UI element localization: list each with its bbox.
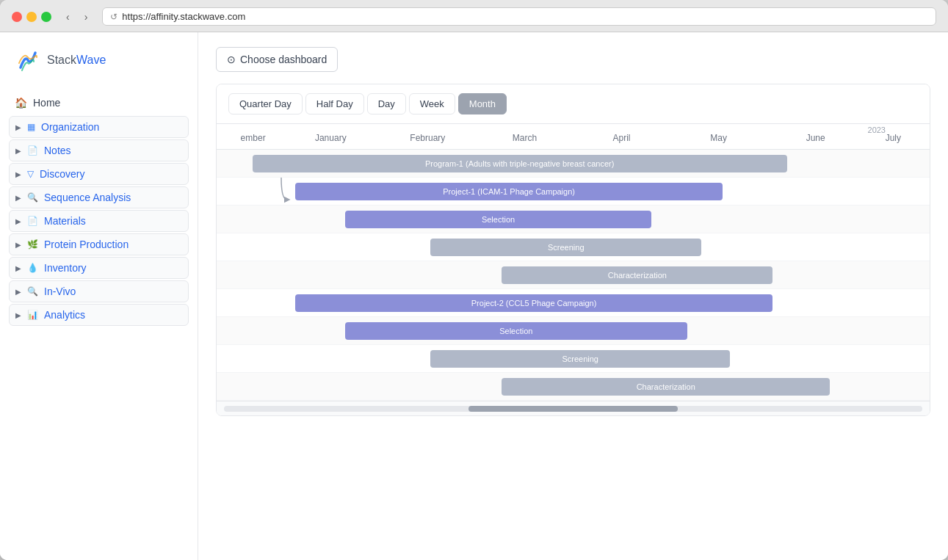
logo-icon	[15, 47, 41, 73]
search-icon: 🔍	[27, 286, 38, 297]
screening-1-bar: Screening	[430, 239, 701, 256]
sidebar-item-label: Notes	[44, 145, 71, 156]
month-col: March	[476, 130, 573, 146]
gantt-container: Quarter Day Half Day Day Week Month 2023…	[216, 84, 930, 416]
gantt-row: Project-2 (CCL5 Phage Campaign)	[217, 289, 930, 317]
selection-1-bar: Selection	[345, 211, 652, 228]
home-icon: 🏠	[15, 97, 27, 109]
chevron-icon: ▶	[15, 241, 21, 249]
sidebar-item-protein-production[interactable]: ▶ 🌿 Protein Production	[9, 233, 189, 255]
sidebar: StackWave 🏠 Home ▶ ▦ Organization ▶ 📄 No…	[0, 32, 198, 560]
project-2-bar: Project-2 (CCL5 Phage Campaign)	[295, 294, 773, 312]
gantt-row: Characterization	[217, 261, 930, 289]
sidebar-home-label: Home	[33, 97, 60, 109]
grid-icon: ▦	[27, 122, 35, 132]
doc-icon: 📄	[27, 216, 38, 226]
main-content: ⊙ Choose dashboard Quarter Day Half Day …	[198, 32, 948, 560]
gantt-rows: Program-1 (Adults with triple-negative b…	[217, 150, 930, 401]
sidebar-item-inventory[interactable]: ▶ 💧 Inventory	[9, 257, 189, 279]
chart-icon: 📊	[27, 310, 38, 320]
maximize-button[interactable]	[41, 12, 51, 22]
year-label: 2023	[868, 126, 886, 134]
tab-bar: Quarter Day Half Day Day Week Month	[217, 84, 930, 124]
tab-quarter-day[interactable]: Quarter Day	[228, 93, 303, 114]
forward-button[interactable]: ›	[79, 8, 94, 26]
minimize-button[interactable]	[26, 12, 37, 22]
tab-month[interactable]: Month	[458, 93, 507, 114]
gantt-row: Project-1 (ICAM-1 Phage Campaign)	[217, 178, 930, 206]
chevron-icon: ▶	[15, 170, 21, 178]
sidebar-item-discovery[interactable]: ▶ ▽ Discovery	[9, 163, 189, 185]
project-1-bar: Project-1 (ICAM-1 Phage Campaign)	[295, 183, 723, 200]
characterization-2-bar: Characterization	[502, 378, 830, 396]
sidebar-item-label: Inventory	[44, 262, 87, 274]
month-col: January	[282, 130, 379, 146]
sidebar-item-analytics[interactable]: ▶ 📊 Analytics	[9, 304, 189, 326]
scrollbar-thumb[interactable]	[468, 406, 678, 412]
app-container: StackWave 🏠 Home ▶ ▦ Organization ▶ 📄 No…	[0, 32, 948, 560]
sidebar-item-label: Materials	[44, 215, 86, 227]
gantt-inner: 2023 ember January February March April …	[217, 124, 930, 415]
url-text: https://affinity.stackwave.com	[122, 11, 928, 22]
sidebar-item-label: Protein Production	[44, 239, 129, 250]
gantt-row: Selection	[217, 317, 930, 345]
address-bar[interactable]: ↺ https://affinity.stackwave.com	[102, 7, 936, 26]
selection-2-bar: Selection	[345, 322, 687, 340]
gantt-row: Selection	[217, 206, 930, 233]
chevron-icon: ▶	[15, 147, 21, 155]
sidebar-item-sequence-analysis[interactable]: ▶ 🔍 Sequence Analysis	[9, 186, 189, 208]
chevron-icon: ▶	[15, 123, 21, 131]
sidebar-item-materials[interactable]: ▶ 📄 Materials	[9, 210, 189, 232]
filter-icon: ▽	[27, 169, 34, 179]
choose-dashboard-button[interactable]: ⊙ Choose dashboard	[216, 47, 338, 72]
month-col: April	[573, 130, 670, 146]
tab-half-day[interactable]: Half Day	[305, 93, 364, 114]
logo-stack: Stack	[47, 54, 76, 66]
sidebar-item-home[interactable]: 🏠 Home	[0, 91, 198, 114]
sidebar-item-label: Sequence Analysis	[44, 192, 131, 203]
browser-window: ‹ › ↺ https://affinity.stackwave.com Sta…	[0, 0, 948, 560]
screening-2-bar: Screening	[430, 350, 730, 368]
nav-buttons: ‹ ›	[60, 8, 93, 26]
dashboard-icon: ⊙	[227, 54, 236, 65]
chevron-icon: ▶	[15, 264, 21, 272]
browser-chrome: ‹ › ↺ https://affinity.stackwave.com	[0, 0, 948, 32]
tab-day[interactable]: Day	[367, 93, 406, 114]
gantt-scrollbar[interactable]	[217, 401, 930, 415]
program-1-bar: Program-1 (Adults with triple-negative b…	[253, 155, 787, 172]
month-col: May	[670, 130, 767, 146]
sidebar-item-label: In-Vivo	[44, 286, 76, 297]
choose-dashboard-label: Choose dashboard	[240, 54, 327, 65]
month-col: February	[379, 130, 476, 146]
gantt-chart[interactable]: 2023 ember January February March April …	[217, 124, 930, 415]
month-col: June	[767, 130, 864, 146]
sidebar-item-in-vivo[interactable]: ▶ 🔍 In-Vivo	[9, 280, 189, 302]
scrollbar-track	[224, 406, 922, 412]
chevron-icon: ▶	[15, 288, 21, 296]
drop-icon: 💧	[27, 263, 38, 273]
chevron-icon: ▶	[15, 311, 21, 319]
chevron-icon: ▶	[15, 217, 21, 225]
logo-area: StackWave	[0, 47, 198, 91]
sidebar-item-label: Analytics	[44, 309, 85, 321]
gantt-row: Characterization	[217, 373, 930, 401]
logo-text: StackWave	[47, 54, 106, 67]
month-col: ember	[224, 130, 282, 146]
search-icon: 🔍	[27, 192, 38, 203]
sidebar-item-organization[interactable]: ▶ ▦ Organization	[9, 116, 189, 138]
traffic-lights	[12, 12, 51, 22]
connector-arrow	[274, 178, 289, 206]
gantt-row: Program-1 (Adults with triple-negative b…	[217, 150, 930, 178]
gantt-row: Screening	[217, 345, 930, 373]
tab-week[interactable]: Week	[409, 93, 455, 114]
sidebar-item-label: Discovery	[40, 168, 84, 180]
logo-wave: Wave	[76, 54, 106, 66]
gantt-months: ember January February March April May J…	[217, 130, 930, 146]
sidebar-item-notes[interactable]: ▶ 📄 Notes	[9, 139, 189, 161]
close-button[interactable]	[12, 12, 22, 22]
back-button[interactable]: ‹	[60, 8, 76, 26]
chevron-icon: ▶	[15, 194, 21, 202]
sidebar-item-label: Organization	[41, 121, 99, 133]
leaf-icon: 🌿	[27, 239, 38, 250]
gantt-row: Screening	[217, 233, 930, 261]
